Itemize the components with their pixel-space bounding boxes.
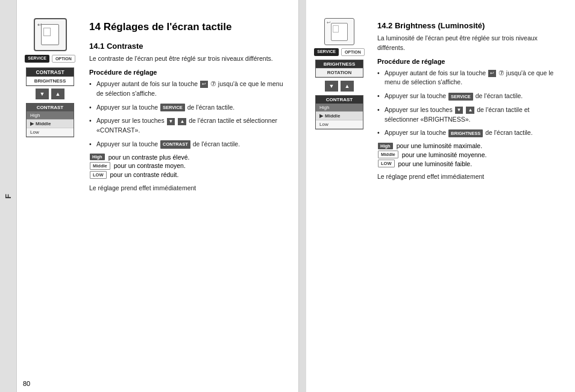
high-item: High (27, 111, 74, 120)
step-2: Appuyer sur la touche SERVICE de l'écran… (89, 103, 289, 113)
contrast-brightness-menu: CONTRAST BRIGHTNESS (26, 67, 74, 86)
badge-high-right: High pour une luminosité maximale. (377, 142, 563, 149)
service-option-buttons-right: SERVICE OPTION (314, 48, 364, 56)
down-icon-right: ▼ (455, 107, 463, 114)
step-r4: Appuyer sur la touche BRIGHTNESS de l'éc… (377, 128, 563, 138)
contrast-submenu: CONTRAST High ▶Middle Low (26, 103, 74, 137)
middle-item-right: ▶Middle (316, 112, 363, 120)
service-badge-right: SERVICE (448, 93, 473, 101)
badge-explanation-left: High pour un contraste plus élevé. Middl… (89, 154, 289, 179)
step-1: Appuyer autant de fois sur la touche ↩ ⑦… (89, 79, 289, 99)
up-arrow-btn: ▲ (51, 89, 64, 99)
page-title: 14 Réglages de l'écran tactile (89, 21, 289, 33)
step-r3: Appuyer sur les touches ▼ ▲ de l'écran t… (377, 105, 563, 125)
step-4: Appuyer sur la touche CONTRAST de l'écra… (89, 140, 289, 149)
section2-intro: La luminosité de l'écran peut être réglé… (377, 34, 563, 53)
low-item: Low (27, 128, 74, 137)
step-r2: Appuyer sur la touche SERVICE de l'écran… (377, 92, 563, 101)
middle-text: pour un contraste moyen. (114, 162, 186, 169)
selected-arrow-right: ▶ (319, 113, 323, 119)
arrow-buttons: ▼ ▲ (36, 89, 64, 99)
footer-right: Le réglage prend effet immédiatement (377, 172, 563, 182)
badge-explanation-right: High pour une luminosité maximale. Middl… (377, 142, 563, 167)
brightness-rotation-menu: BRIGHTNESS ROTATION (315, 60, 363, 78)
middle-badge-right: Middle (378, 151, 398, 158)
badge-middle-right: Middle pour une luminosité moyenne. (377, 151, 563, 158)
up-arrow-right: ▲ (341, 81, 354, 92)
brightness-menu-item-right: BRIGHTNESS (316, 60, 363, 69)
option-btn-illus: OPTION (52, 55, 75, 63)
page-number: 80 (23, 380, 30, 387)
procedure-title-left: Procédure de réglage (89, 69, 289, 76)
high-item-right: High (316, 104, 363, 112)
high-text-right: pour une luminosité maximale. (397, 142, 482, 149)
low-badge: LOW (90, 171, 107, 179)
badge-low: LOW pour un contraste réduit. (89, 171, 289, 179)
right-page: ↩ SERVICE OPTION BRIGHTNESS ROTATION ▼ ▲… (306, 0, 575, 392)
service-btn-illus: SERVICE (25, 55, 49, 63)
footer-left: Le réglage prend effet immédiatement (89, 184, 289, 193)
left-illustration: ↩ SERVICE OPTION CONTRAST BRIGHTNESS ▼ ▲… (17, 12, 83, 380)
low-text-right: pour une luminosité faible. (398, 160, 473, 167)
section1-intro: Le contraste de l'écran peut être réglé … (89, 54, 289, 64)
device-screen-right (331, 23, 348, 41)
left-text-panel: 14 Réglages de l'écran tactile 14.1 Cont… (83, 12, 298, 380)
contrast-header-right: CONTRAST (316, 96, 363, 104)
contrast-badge-step4: CONTRAST (160, 140, 190, 148)
sidebar-label: F (4, 193, 13, 199)
badge-low-right: LOW pour une luminosité faible. (377, 160, 563, 167)
brightness-menu-item: BRIGHTNESS (27, 77, 74, 86)
badge-middle: Middle pour un contraste moyen. (89, 162, 289, 170)
up-icon-right: ▲ (466, 107, 474, 114)
section2-title: 14.2 Brightness (Luminosité) (377, 21, 563, 30)
device-icon-right-top: ↩ (324, 18, 354, 45)
high-badge-right: High (378, 143, 393, 149)
down-arrow-btn: ▼ (36, 89, 49, 99)
brightness-badge: BRIGHTNESS (448, 129, 483, 137)
steps-list-left: Appuyer autant de fois sur la touche ↩ ⑦… (89, 79, 289, 149)
down-arrow-right: ▼ (325, 81, 338, 92)
device-screen (41, 24, 59, 45)
high-badge: High (90, 154, 105, 160)
sidebar-tab: F (0, 0, 17, 392)
middle-item: ▶Middle (27, 120, 74, 128)
low-text: pour un contraste réduit. (110, 171, 179, 178)
badge-high: High pour un contraste plus élevé. (89, 154, 289, 161)
right-illustration: ↩ SERVICE OPTION BRIGHTNESS ROTATION ▼ ▲… (306, 12, 372, 380)
contrast-submenu-right: CONTRAST High ▶Middle Low (315, 95, 363, 129)
step-3: Appuyer sur les touches ▼ ▲ de l'écran t… (89, 116, 289, 135)
down-icon-step3: ▼ (167, 118, 175, 125)
service-option-buttons: SERVICE OPTION (25, 55, 75, 63)
left-page: ↩ SERVICE OPTION CONTRAST BRIGHTNESS ▼ ▲… (17, 0, 299, 392)
return-arrow-right: ↩ (488, 70, 496, 77)
arrow-buttons-right: ▼ ▲ (325, 81, 354, 92)
service-badge-step2: SERVICE (160, 104, 185, 111)
low-badge-right: LOW (378, 160, 395, 167)
right-text-panel: 14.2 Brightness (Luminosité) La luminosi… (372, 12, 575, 380)
steps-list-right: Appuyer autant de fois sur la touche ↩ ⑦… (377, 69, 563, 138)
low-item-right: Low (316, 120, 363, 129)
step-r1: Appuyer autant de fois sur la touche ↩ ⑦… (377, 69, 563, 88)
section1-title: 14.1 Contraste (89, 42, 289, 51)
device-icon-top: ↩ (34, 18, 67, 51)
main-content: ↩ SERVICE OPTION CONTRAST BRIGHTNESS ▼ ▲… (17, 0, 575, 392)
service-btn-right: SERVICE (314, 48, 339, 56)
high-text: pour un contraste plus élevé. (108, 154, 190, 161)
return-arrow-icon: ↩ (200, 81, 208, 88)
contrast-submenu-header: CONTRAST (27, 104, 74, 111)
up-icon-step3: ▲ (178, 118, 186, 125)
middle-text-right: pour une luminosité moyenne. (402, 151, 487, 158)
rotation-menu-item: ROTATION (316, 69, 363, 77)
selected-arrow: ▶ (30, 121, 34, 126)
option-btn-right: OPTION (341, 48, 365, 56)
page-divider (299, 0, 306, 392)
procedure-title-right: Procédure de réglage (377, 58, 563, 65)
middle-badge: Middle (90, 162, 110, 170)
contrast-menu-item: CONTRAST (27, 68, 74, 77)
